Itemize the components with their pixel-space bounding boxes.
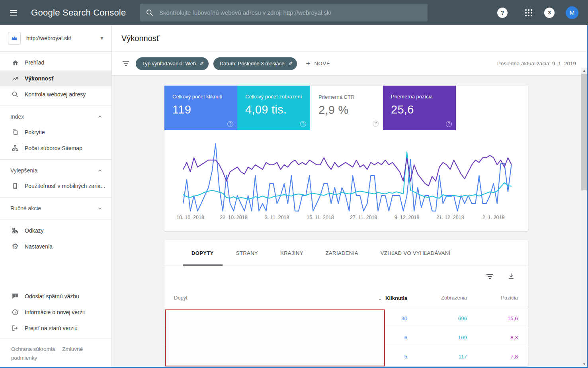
- vertical-scrollbar[interactable]: ▲ ▼: [581, 68, 587, 367]
- sidebar-item-url-inspection[interactable]: Kontrola webovej adresy: [0, 86, 111, 102]
- sidebar-item-label: Nastavenia: [25, 243, 53, 250]
- table-header-row: Dopyt ↓Kliknutia Zobrazenia Pozícia: [164, 287, 528, 309]
- sidebar-section-enhancements[interactable]: Vylepšenia: [0, 163, 111, 178]
- x-axis-tick-label: 15. 11. 2018: [307, 215, 334, 220]
- search-input[interactable]: [159, 9, 422, 16]
- new-filter-button[interactable]: + NOVÉ: [306, 59, 330, 68]
- search-icon: [11, 90, 19, 98]
- metric-value: 119: [172, 103, 233, 116]
- privacy-link[interactable]: Ochrana súkromia: [11, 346, 55, 352]
- new-filter-label: NOVÉ: [314, 61, 330, 67]
- scroll-down-arrow[interactable]: ▼: [581, 361, 587, 367]
- menu-icon[interactable]: [5, 4, 22, 22]
- sidebar-item-settings[interactable]: ⚙ Nastavenia: [0, 239, 111, 254]
- sidebar-item-label: Počet súborov Sitemap: [25, 145, 82, 151]
- filter-bar: Typ vyhľadávania: Web ✎ Dátum: Posledné …: [112, 52, 587, 76]
- last-update-text: Posledná aktualizácia: 9. 1. 2019: [497, 61, 578, 67]
- app-logo: Google Search Console: [31, 8, 126, 18]
- section-label: Vylepšenia: [10, 167, 97, 174]
- sidebar-item-label: Pokrytie: [25, 129, 45, 135]
- position-cell: 8,3: [467, 335, 518, 341]
- sidebar-item-performance[interactable]: Výkonnosť: [0, 70, 111, 86]
- sidebar-item-label: Použiteľnosť v mobilných zaria...: [25, 183, 105, 189]
- x-axis-tick-label: 21. 12. 2018: [436, 215, 464, 220]
- property-selector[interactable]: http://webroyal.sk/ ▼: [0, 25, 111, 52]
- sidebar-item-coverage[interactable]: Pokrytie: [0, 124, 111, 140]
- performance-chart-card: Celkový počet kliknutí 119 ? Celkový poč…: [164, 86, 528, 231]
- sidebar-item-links[interactable]: Odkazy: [0, 223, 111, 239]
- help-circle-icon[interactable]: ?: [227, 121, 233, 127]
- sidebar-item-sitemaps[interactable]: Počet súborov Sitemap: [0, 140, 111, 156]
- sidebar-item-about-new-version[interactable]: Informácie o novej verzii: [0, 304, 111, 320]
- x-axis-tick-label: 10. 10. 2018: [176, 215, 204, 220]
- tab-search-appearance[interactable]: VZHĽAD VO VYHĽADÁVANÍ: [369, 240, 462, 266]
- metric-value: 25,6: [391, 103, 452, 116]
- info-icon: [11, 308, 19, 316]
- x-axis-tick-label: 27. 11. 2018: [350, 215, 377, 220]
- filter-icon[interactable]: [121, 59, 130, 69]
- metric-tile-average-ctr[interactable]: Priemerná CTR 2,9 % ?: [310, 86, 383, 130]
- divider: [0, 219, 111, 219]
- notifications-badge[interactable]: 3: [544, 8, 555, 18]
- scroll-up-arrow[interactable]: ▲: [581, 68, 587, 73]
- metric-tile-total-impressions[interactable]: Celkový počet zobrazení 4,09 tis. ?: [237, 86, 310, 130]
- tab-countries[interactable]: KRAJINY: [269, 240, 315, 266]
- section-label: Ručné akcie: [10, 205, 97, 211]
- x-axis-tick-label: 9. 12. 2018: [395, 215, 420, 220]
- page-header: Výkonnosť: [112, 25, 587, 52]
- metric-tile-total-clicks[interactable]: Celkový počet kliknutí 119 ?: [164, 86, 237, 130]
- column-header-position[interactable]: Pozícia: [467, 295, 518, 301]
- sidebar-section-index[interactable]: Index: [0, 109, 111, 124]
- sidebar-item-label: Prehľad: [25, 59, 44, 66]
- exit-icon: [11, 324, 19, 332]
- search-icon: [146, 9, 154, 17]
- divider: [0, 159, 111, 160]
- x-axis-tick-label: 3. 11. 2018: [265, 215, 289, 220]
- plus-icon: +: [306, 59, 311, 68]
- tab-queries[interactable]: DOPYTY: [180, 240, 225, 266]
- column-header-impressions[interactable]: Zobrazenia: [407, 295, 467, 301]
- chart-canvas[interactable]: [183, 141, 512, 211]
- sidebar-item-overview[interactable]: Prehľad: [0, 55, 111, 70]
- sidebar-section-manual-actions[interactable]: Ručné akcie: [0, 201, 111, 216]
- tab-devices[interactable]: ZARIADENIA: [315, 240, 369, 266]
- performance-icon: [11, 74, 19, 82]
- impressions-cell: 696: [407, 315, 467, 321]
- tab-pages[interactable]: STRANY: [225, 240, 269, 266]
- filter-chip-date-range[interactable]: Dátum: Posledné 3 mesiace ✎: [213, 57, 297, 70]
- sidebar-footer: Ochrana súkromiaZmluvné podmienky: [0, 339, 111, 367]
- sort-desc-icon: ↓: [379, 295, 381, 301]
- apps-grid-icon[interactable]: [525, 9, 532, 16]
- metric-label: Celkový počet kliknutí: [172, 94, 233, 100]
- content-area: Celkový počet kliknutí 119 ? Celkový poč…: [112, 76, 587, 366]
- sidebar-spacer: [0, 254, 111, 286]
- avatar[interactable]: M: [566, 6, 578, 19]
- filter-chip-search-type[interactable]: Typ vyhľadávania: Web ✎: [136, 57, 209, 70]
- sidebar-item-mobile-usability[interactable]: Použiteľnosť v mobilných zaria...: [0, 178, 111, 194]
- help-circle-icon[interactable]: ?: [373, 121, 379, 127]
- edit-pencil-icon: ✎: [199, 61, 204, 67]
- edit-pencil-icon: ✎: [288, 61, 293, 67]
- help-circle-icon[interactable]: ?: [446, 121, 452, 127]
- column-header-clicks[interactable]: ↓Kliknutia: [348, 295, 407, 301]
- chevron-down-icon: [97, 206, 103, 211]
- help-icon[interactable]: ?: [497, 8, 508, 18]
- sidebar-item-old-version[interactable]: Prejsť na starú verziu: [0, 320, 111, 336]
- download-icon[interactable]: [506, 272, 516, 281]
- property-url: http://webroyal.sk/: [26, 35, 100, 41]
- metric-label: Priemerná pozícia: [391, 94, 452, 100]
- sidebar-item-send-feedback[interactable]: Odoslať spätnú väzbu: [0, 288, 111, 304]
- sidebar-item-label: Kontrola webovej adresy: [25, 91, 86, 98]
- section-label: Index: [10, 114, 97, 120]
- top-app-bar: Google Search Console ? 3 M: [0, 0, 588, 25]
- column-header-query[interactable]: Dopyt: [174, 295, 348, 301]
- chart-line-position: [183, 155, 512, 186]
- metric-tile-average-position[interactable]: Priemerná pozícia 25,6 ?: [383, 86, 456, 130]
- table-filter-icon[interactable]: [485, 272, 494, 281]
- url-inspection-search[interactable]: [140, 4, 428, 22]
- position-cell: 15,6: [467, 315, 518, 321]
- help-circle-icon[interactable]: ?: [300, 121, 306, 127]
- scrollbar-thumb[interactable]: [581, 74, 587, 190]
- main-content: Výkonnosť Typ vyhľadávania: Web ✎ Dátum:…: [112, 25, 587, 367]
- dimension-tabs: DOPYTY STRANY KRAJINY ZARIADENIA VZHĽAD …: [164, 240, 528, 266]
